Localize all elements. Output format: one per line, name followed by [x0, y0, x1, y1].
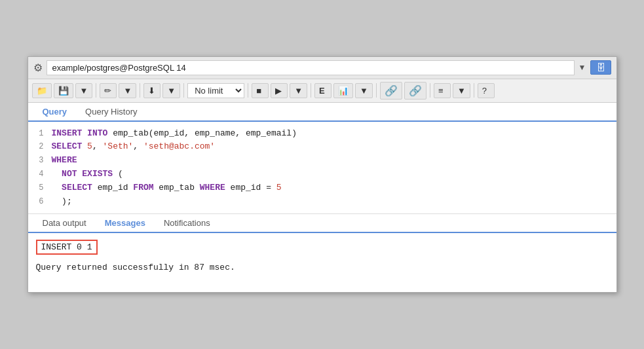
- line-content-3: WHERE: [52, 154, 616, 168]
- explain-button[interactable]: E: [314, 83, 331, 98]
- save-button[interactable]: 💾: [54, 83, 73, 98]
- tab-query[interactable]: Query: [33, 103, 77, 122]
- line-num-6: 6: [28, 196, 52, 208]
- limit-select[interactable]: No limit 100 rows 500 rows: [187, 83, 244, 98]
- code-line-3: 3 WHERE: [28, 154, 616, 168]
- separator-2: [140, 83, 140, 98]
- tab-query-history[interactable]: Query History: [76, 103, 146, 122]
- code-line-5: 5 SELECT emp_id FROM emp_tab WHERE emp_i…: [28, 181, 616, 195]
- code-line-6: 6 );: [28, 195, 616, 209]
- code-line-2: 2 SELECT 5, 'Seth', 'seth@abc.com': [28, 140, 616, 154]
- output-tabs: Data output Messages Notifications: [28, 214, 616, 233]
- list-chevron-button[interactable]: ▼: [453, 83, 470, 98]
- line-num-5: 5: [28, 182, 52, 194]
- run-chevron-button[interactable]: ▼: [290, 83, 307, 98]
- stop-button[interactable]: ■: [252, 83, 269, 98]
- separator-6: [376, 83, 377, 98]
- database-button[interactable]: 🗄: [590, 60, 611, 75]
- conn-manage-button-2[interactable]: 🔗: [404, 82, 426, 100]
- main-window: ⚙ ▼ 🗄 📁 💾 ▼ ✏ ▼ ⬇ ▼ No limit 100 rows 50…: [28, 56, 617, 293]
- query-tabs: Query Query History: [28, 103, 616, 122]
- edit-chevron-button[interactable]: ▼: [119, 83, 136, 98]
- separator-3: [183, 83, 184, 98]
- line-content-5: SELECT emp_id FROM emp_tab WHERE emp_id …: [52, 181, 616, 195]
- separator-7: [430, 83, 430, 98]
- toolbar: 📁 💾 ▼ ✏ ▼ ⬇ ▼ No limit 100 rows 500 rows…: [28, 79, 616, 103]
- line-num-4: 4: [28, 168, 52, 181]
- tab-messages[interactable]: Messages: [96, 214, 155, 233]
- separator-1: [96, 83, 96, 98]
- line-num-2: 2: [28, 141, 52, 153]
- line-content-1: INSERT INTO emp_tab(emp_id, emp_name, em…: [52, 127, 616, 141]
- output-content: INSERT 0 1 Query returned successfully i…: [28, 233, 616, 292]
- line-content-4: NOT EXISTS (: [52, 168, 616, 181]
- connection-input[interactable]: [47, 60, 575, 75]
- list-button[interactable]: ≡: [434, 83, 451, 98]
- open-button[interactable]: 📁: [32, 83, 52, 98]
- success-message: Query returned successfully in 87 msec.: [36, 263, 609, 272]
- run-button[interactable]: ▶: [271, 83, 288, 98]
- separator-8: [474, 83, 474, 98]
- separator-5: [311, 83, 311, 98]
- edit-button[interactable]: ✏: [100, 83, 117, 98]
- save-chevron-button[interactable]: ▼: [75, 83, 93, 98]
- code-editor[interactable]: 1 INSERT INTO emp_tab(emp_id, emp_name, …: [28, 122, 616, 215]
- line-content-6: );: [52, 195, 616, 209]
- line-num-1: 1: [28, 128, 52, 140]
- result-text: INSERT 0 1: [41, 242, 92, 252]
- help-button[interactable]: ?: [478, 83, 495, 98]
- chart-button[interactable]: 📊: [333, 83, 353, 98]
- code-line-4: 4 NOT EXISTS (: [28, 168, 616, 181]
- code-line-1: 1 INSERT INTO emp_tab(emp_id, emp_name, …: [28, 127, 616, 141]
- result-box: INSERT 0 1: [36, 240, 98, 255]
- chart-chevron-button[interactable]: ▼: [355, 83, 373, 98]
- tab-notifications[interactable]: Notifications: [155, 214, 219, 233]
- conn-manage-button-1[interactable]: 🔗: [380, 82, 402, 100]
- line-num-3: 3: [28, 155, 52, 167]
- tab-data-output[interactable]: Data output: [33, 214, 96, 233]
- filter-chevron-button[interactable]: ▼: [162, 83, 180, 98]
- separator-4: [248, 83, 248, 98]
- connection-icon: ⚙: [33, 62, 43, 74]
- connection-bar: ⚙ ▼ 🗄: [28, 57, 616, 79]
- connection-chevron[interactable]: ▼: [578, 63, 586, 72]
- filter-button[interactable]: ⬇: [143, 83, 161, 98]
- line-content-2: SELECT 5, 'Seth', 'seth@abc.com': [52, 140, 616, 154]
